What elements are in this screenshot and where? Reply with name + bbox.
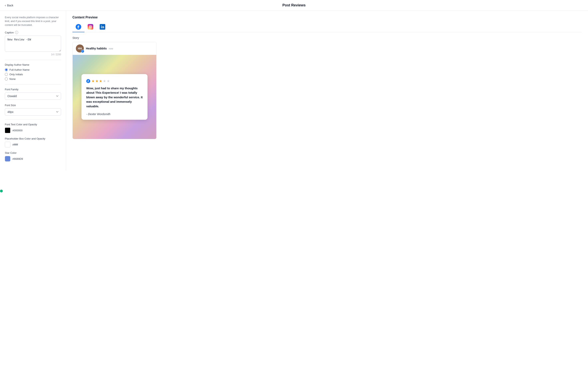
star-1: ★ [91, 79, 95, 83]
svg-point-7 [101, 25, 102, 26]
tab-facebook[interactable] [72, 22, 84, 32]
left-panel: Every social media platform imposes a ch… [0, 11, 66, 170]
star-2: ★ [95, 79, 99, 83]
radio-none-label: None [9, 78, 16, 81]
star-color-section: Star Color #6689D9 [5, 151, 61, 162]
radio-full-author[interactable]: Full Author Name [5, 68, 61, 71]
font-size-label: Font Size [5, 104, 61, 107]
preview-card: HH f Healthy habbits now [72, 42, 156, 139]
notice-text: Every social media platform imposes a ch… [5, 16, 61, 27]
font-size-select[interactable]: 24px 32px 40px 48px 56px 64px [5, 108, 61, 116]
story-gradient: ★ ★ ★ ★ ★ Wow, just had to share my thou… [73, 55, 156, 139]
instagram-icon [88, 24, 93, 30]
placeholder-color-value: #ffffff [12, 143, 18, 146]
divider-3 [5, 120, 61, 120]
placeholder-color-swatch[interactable] [5, 142, 10, 147]
radio-none-input[interactable] [5, 78, 8, 81]
svg-rect-1 [88, 24, 93, 30]
main-content: Every social media platform imposes a ch… [0, 11, 588, 170]
radio-full-input[interactable] [5, 68, 8, 71]
page-title: Post Reviews [282, 3, 306, 7]
divider-1 [5, 60, 61, 60]
account-name: Healthy habbits [86, 47, 107, 50]
font-color-value: #000000 [12, 129, 23, 132]
font-family-select[interactable]: Oswald Roboto Open Sans Lato Montserrat [5, 92, 61, 100]
caption-label: Caption [5, 31, 14, 34]
svg-point-4 [91, 26, 92, 26]
star-3: ★ [99, 79, 102, 83]
caption-section: Caption i New Review -EW 14 / 2200 [5, 31, 61, 56]
font-color-row: #000000 [5, 127, 61, 133]
caption-info-icon[interactable]: i [15, 31, 18, 34]
caption-label-row: Caption i [5, 31, 61, 34]
display-author-section: Display Author Name Full Author Name Onl… [5, 63, 61, 81]
review-card-header: ★ ★ ★ ★ ★ [86, 79, 143, 83]
tab-linkedin[interactable] [96, 22, 108, 32]
reviewer-name: - Dexter Wordsmith [86, 112, 143, 116]
account-time: now [109, 47, 113, 50]
facebook-icon [76, 24, 81, 30]
placeholder-color-label: Placeholder Box Color and Opacity [5, 137, 61, 140]
right-panel: Content Preview [66, 11, 588, 170]
account-info: Healthy habbits now [86, 47, 113, 50]
preview-header: HH f Healthy habbits now [73, 42, 156, 55]
star-4: ★ [103, 79, 106, 83]
tab-instagram[interactable] [84, 22, 96, 32]
back-button[interactable]: ‹ Back [5, 4, 13, 7]
radio-full-label: Full Author Name [9, 68, 29, 71]
svg-rect-6 [101, 26, 102, 28]
star-row: ★ ★ ★ ★ ★ [91, 79, 110, 83]
social-tabs [72, 22, 582, 32]
star-color-label: Star Color [5, 151, 61, 154]
font-size-section: Font Size 24px 32px 40px 48px 56px 64px [5, 104, 61, 116]
review-fb-icon [86, 79, 90, 83]
radio-initials[interactable]: Only Initials [5, 73, 61, 76]
font-color-label: Font Text Color and Opacity [5, 123, 61, 126]
font-family-section: Font Family Oswald Roboto Open Sans Lato… [5, 88, 61, 100]
linkedin-icon [100, 24, 105, 30]
placeholder-color-section: Placeholder Box Color and Opacity #fffff… [5, 137, 61, 147]
placeholder-color-row: #ffffff [5, 142, 61, 147]
star-color-row: #6689D9 [5, 156, 61, 162]
char-count: 14 / 2200 [5, 53, 61, 56]
avatar-initials: HH [78, 47, 82, 50]
radio-initials-input[interactable] [5, 73, 8, 76]
caption-textarea[interactable]: New Review -EW [5, 36, 61, 52]
font-family-label: Font Family [5, 88, 61, 91]
review-text: Wow, just had to share my thoughts about… [86, 86, 143, 109]
story-label: Story [72, 36, 582, 40]
font-color-swatch[interactable] [5, 127, 10, 133]
header: ‹ Back Post Reviews [0, 0, 588, 11]
star-color-swatch[interactable] [5, 156, 10, 162]
chevron-left-icon: ‹ [5, 4, 6, 7]
content-preview-title: Content Preview [72, 16, 582, 19]
star-color-value: #6689D9 [12, 157, 23, 160]
font-color-section: Font Text Color and Opacity #000000 [5, 123, 61, 133]
back-label: Back [7, 4, 13, 7]
radio-none[interactable]: None [5, 78, 61, 81]
display-author-label: Display Author Name [5, 63, 61, 66]
review-card: ★ ★ ★ ★ ★ Wow, just had to share my thou… [82, 74, 147, 120]
avatar-container: HH f [76, 44, 84, 52]
divider-2 [5, 85, 61, 85]
star-5: ★ [107, 79, 110, 83]
fb-badge-icon: f [83, 50, 83, 52]
radio-initials-label: Only Initials [9, 73, 23, 76]
fb-badge: f [81, 50, 84, 53]
